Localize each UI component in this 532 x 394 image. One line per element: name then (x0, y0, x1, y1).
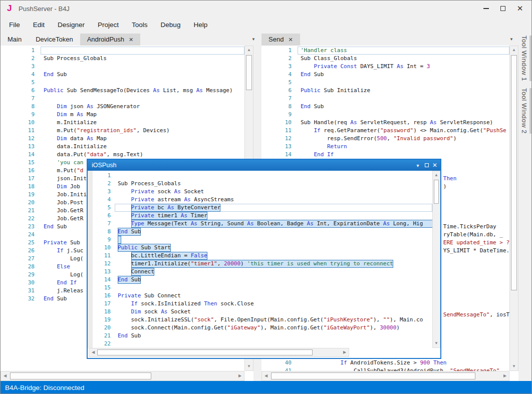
float-horizontal-scrollbar[interactable]: ◀ ▶ (89, 348, 349, 357)
menu-bar: FileEditDesignerProjectToolsDebugHelp (1, 17, 531, 34)
code-line: 10Sub Handle(req As ServletRequest, resp… (261, 119, 509, 127)
scroll-left-icon[interactable]: ◀ (89, 348, 97, 356)
selection-highlight: End Sub (118, 276, 141, 284)
code-line: 3 Private Const DAYS_LIMIT As Int = 3 (261, 63, 509, 71)
scroll-thumb[interactable] (97, 349, 313, 355)
scroll-right-icon[interactable]: ▶ (501, 371, 509, 380)
minimize-icon (483, 8, 489, 9)
code-line: 3 (1, 63, 244, 71)
scroll-thumb[interactable] (10, 372, 151, 379)
code-line: 15 (93, 284, 432, 292)
scroll-right-icon[interactable]: ▶ (341, 348, 349, 356)
line-number: 14 (1, 151, 41, 159)
tab-send[interactable]: Send✕ (261, 34, 300, 46)
line-number: 15 (93, 284, 115, 292)
ide-window: J PushServer - B4J ✕ FileEditDesignerPro… (0, 0, 532, 394)
menu-file[interactable]: File (3, 17, 27, 34)
scroll-thumb[interactable] (434, 180, 439, 204)
floating-editor-lines[interactable]: 12Sub Process_Globals3 Private sock As S… (93, 172, 432, 348)
code-line: 7 Type Message(Text As String, Sound As … (93, 220, 432, 228)
tab-devicetoken[interactable]: DeviceToken (29, 34, 80, 46)
editor-left-margin (88, 171, 93, 348)
selection-highlight: Private timer1 As Timer (131, 212, 207, 220)
tool-window-handle (529, 36, 532, 81)
line-number: 11 (93, 252, 115, 260)
line-number: 5 (93, 204, 115, 212)
line-number: 2 (261, 55, 298, 63)
tool-window-tab-tool-window-2[interactable]: Tool Window 2 (520, 88, 532, 134)
code-line: 12 resp.SendError(500, "Invalid password… (261, 135, 509, 143)
code-line: 10Public Sub Start (93, 244, 432, 252)
code-line: 12 timer1.Initialize("timer1", 20000) 't… (93, 260, 432, 268)
selection-highlight: Connect (131, 268, 154, 276)
scroll-thumb[interactable] (511, 55, 517, 290)
code-line: 12 Dim data As Map (1, 135, 244, 143)
line-number: 5 (1, 79, 41, 87)
scroll-left-icon[interactable]: ◀ (1, 371, 9, 380)
tab-androidpush[interactable]: AndroidPush✕ (80, 34, 141, 46)
line-number: 3 (1, 63, 41, 71)
code-line: 1'Handler class (261, 47, 509, 55)
scroll-down-icon[interactable]: ▼ (433, 339, 440, 347)
tab-close-icon[interactable]: ✕ (129, 34, 133, 46)
line-number: 1 (261, 47, 298, 55)
code-line: 4End Sub (1, 71, 244, 79)
line-number: 32 (1, 295, 41, 303)
scroll-up-icon[interactable]: ▲ (510, 46, 518, 54)
code-line: 2Sub Class_Globals (261, 55, 509, 63)
menu-project[interactable]: Project (91, 17, 125, 34)
right-editor-horizontal-scrollbar[interactable]: ◀ ▶ (261, 371, 509, 381)
right-editor-vertical-scrollbar[interactable]: ▲ ▼ (509, 46, 518, 371)
line-number: 6 (261, 87, 298, 95)
float-dropdown-icon[interactable]: ▾ (413, 163, 422, 168)
menu-tools[interactable]: Tools (125, 17, 154, 34)
line-number: 1 (1, 47, 41, 55)
floating-editor[interactable]: 12Sub Process_Globals3 Private sock As S… (88, 171, 440, 357)
float-vertical-scrollbar[interactable]: ▲ ▼ (432, 171, 440, 348)
menu-designer[interactable]: Designer (51, 17, 91, 34)
selection-highlight: Private bc As ByteConverter (131, 204, 221, 212)
right-tab-dropdown-icon[interactable]: ▼ (509, 37, 513, 42)
scroll-right-icon[interactable]: ▶ (236, 371, 244, 380)
code-line: 5 Private bc As ByteConverter (93, 204, 432, 212)
line-number: 11 (261, 127, 298, 135)
tool-window-tab-tool-window-1[interactable]: Tool Window 1 (520, 36, 532, 81)
minimize-button[interactable] (477, 1, 494, 17)
code-line: 13 Connect (93, 268, 432, 276)
line-number: 7 (1, 95, 41, 103)
line-number: 19 (1, 191, 41, 199)
left-tab-dropdown-icon[interactable]: ▼ (251, 37, 255, 42)
floating-code-window[interactable]: iOSPush ▾ ✕ 12Sub Process_Globals3 Priva… (87, 159, 441, 359)
scroll-thumb[interactable] (271, 372, 475, 379)
tab-close-icon[interactable]: ✕ (288, 34, 293, 46)
left-editor-horizontal-scrollbar[interactable]: ◀ ▶ (1, 371, 244, 381)
line-number: 13 (261, 143, 298, 151)
scroll-up-icon[interactable]: ▲ (433, 171, 440, 179)
code-line: 22 (93, 340, 432, 348)
scroll-up-icon[interactable]: ▲ (245, 46, 253, 54)
close-button[interactable]: ✕ (511, 1, 528, 17)
scroll-thumb[interactable] (246, 55, 252, 90)
float-close-button[interactable]: ✕ (431, 162, 440, 169)
code-line: 14 data.Put("data", msg.Text) (1, 151, 244, 159)
menu-debug[interactable]: Debug (154, 17, 187, 34)
scroll-down-icon[interactable]: ▼ (245, 362, 253, 370)
tab-main[interactable]: Main (1, 34, 29, 46)
scroll-left-icon[interactable]: ◀ (262, 371, 270, 380)
tab-label: AndroidPush (87, 34, 124, 46)
code-line: 9 (261, 111, 509, 119)
line-number: 30 (1, 279, 41, 287)
menu-help[interactable]: Help (187, 17, 214, 34)
line-number: 14 (93, 276, 115, 284)
code-line: 41 CallSubDelayed3(AndroidPush, "SendMes… (261, 367, 509, 371)
float-maximize-button[interactable] (422, 163, 431, 168)
tab-label: Send (269, 34, 284, 46)
menu-edit[interactable]: Edit (27, 17, 51, 34)
line-number: 6 (1, 87, 41, 95)
floating-window-title-bar[interactable]: iOSPush ▾ ✕ (88, 160, 440, 171)
maximize-button[interactable] (494, 1, 511, 17)
line-number: 22 (1, 215, 41, 223)
scroll-down-icon[interactable]: ▼ (510, 362, 518, 370)
line-number: 17 (1, 175, 41, 183)
window-controls: ✕ (477, 1, 528, 17)
